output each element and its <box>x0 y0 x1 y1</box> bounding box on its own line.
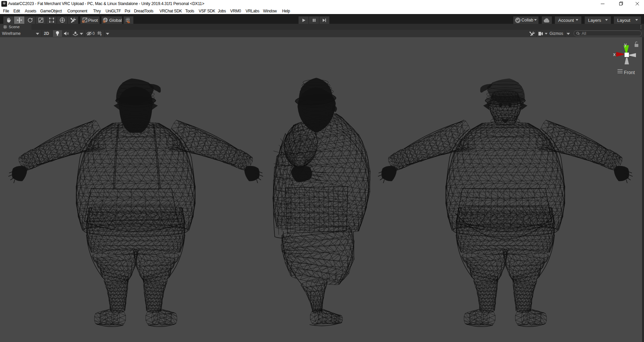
svg-text:Front: Front <box>624 70 635 75</box>
svg-text:y: y <box>624 42 627 47</box>
svg-text:z: z <box>100 33 102 37</box>
svg-text:x: x <box>613 52 616 57</box>
